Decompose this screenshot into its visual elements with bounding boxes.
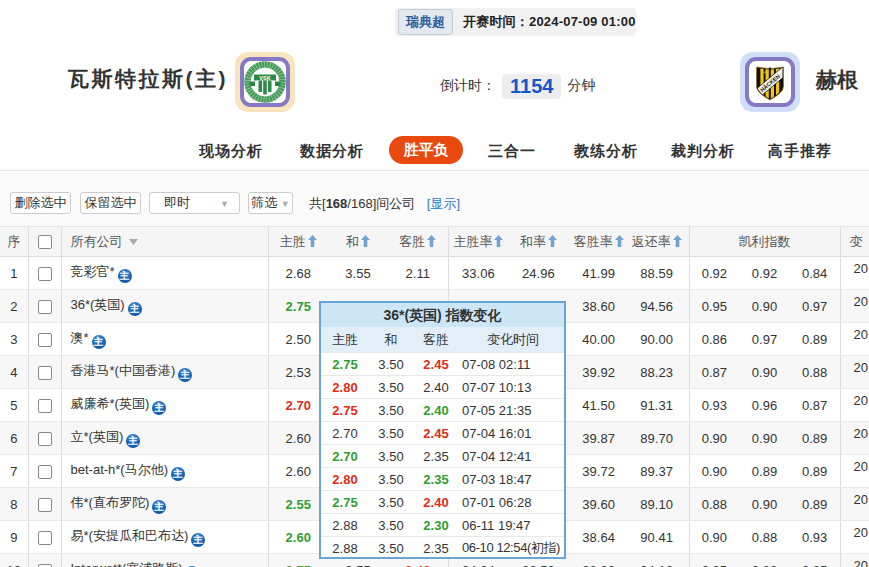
svg-text:VSK: VSK	[259, 75, 270, 81]
svg-text:B·K: B·K	[761, 71, 768, 75]
